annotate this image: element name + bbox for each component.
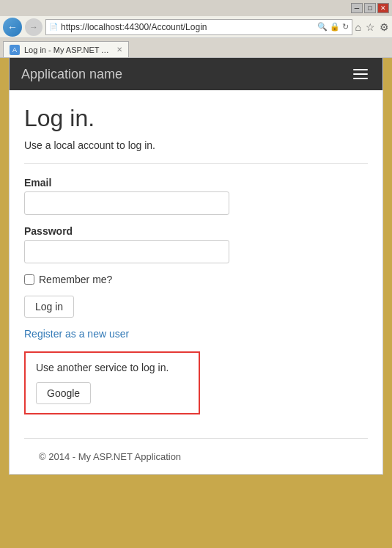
tab-close-button[interactable]: ✕ bbox=[117, 45, 122, 54]
search-icon[interactable]: 🔍 bbox=[317, 22, 328, 32]
home-icon[interactable]: ⌂ bbox=[355, 21, 361, 33]
login-button[interactable]: Log in bbox=[24, 296, 74, 318]
back-button[interactable]: ← bbox=[3, 18, 22, 37]
email-label: Email bbox=[24, 177, 368, 189]
page-heading: Log in. bbox=[24, 105, 368, 132]
email-input[interactable] bbox=[24, 191, 229, 215]
email-form-group: Email bbox=[24, 177, 368, 215]
divider bbox=[24, 163, 368, 164]
app-footer: © 2014 - My ASP.NET Application bbox=[24, 438, 368, 474]
tab-label: Log in - My ASP.NET Appli... bbox=[24, 45, 112, 54]
external-login-section: Use another service to log in. Google bbox=[24, 351, 200, 414]
tab-favicon: A bbox=[10, 45, 20, 55]
favorites-icon[interactable]: ☆ bbox=[366, 21, 375, 33]
external-login-title: Use another service to log in. bbox=[36, 362, 188, 373]
restore-button[interactable]: □ bbox=[364, 3, 376, 13]
nav-bar: ← → 📄 https://localhost:44300/Account/Lo… bbox=[0, 16, 392, 38]
main-content: Log in. Use a local account to log in. E… bbox=[10, 90, 382, 474]
password-input[interactable] bbox=[24, 240, 229, 263]
settings-icon[interactable]: ⚙ bbox=[380, 21, 389, 33]
google-button[interactable]: Google bbox=[36, 382, 91, 404]
remember-me-label: Remember me? bbox=[39, 274, 112, 285]
nav-icons: ⌂ ☆ ⚙ bbox=[355, 21, 389, 33]
url-text: https://localhost:44300/Account/Login bbox=[61, 22, 314, 32]
active-tab[interactable]: A Log in - My ASP.NET Appli... ✕ bbox=[3, 41, 129, 57]
tab-bar: A Log in - My ASP.NET Appli... ✕ bbox=[0, 38, 392, 57]
hamburger-button[interactable] bbox=[350, 66, 371, 82]
footer-text: © 2014 - My ASP.NET Application bbox=[39, 451, 181, 462]
page-icon: 📄 bbox=[49, 23, 58, 31]
close-button[interactable]: ✕ bbox=[377, 3, 389, 13]
hamburger-line-2 bbox=[353, 73, 368, 75]
password-label: Password bbox=[24, 225, 368, 237]
hamburger-line-1 bbox=[353, 69, 368, 70]
register-link[interactable]: Register as a new user bbox=[24, 328, 368, 340]
password-form-group: Password bbox=[24, 225, 368, 263]
hamburger-line-3 bbox=[353, 78, 368, 79]
forward-button[interactable]: → bbox=[25, 18, 42, 36]
app-window: Application name Log in. Use a local acc… bbox=[9, 58, 383, 475]
lock-icon: 🔒 bbox=[330, 22, 340, 32]
refresh-icon[interactable]: ↻ bbox=[342, 22, 349, 32]
title-bar: ─ □ ✕ bbox=[0, 0, 392, 16]
remember-me-group: Remember me? bbox=[24, 274, 368, 285]
app-navbar: Application name bbox=[10, 58, 382, 90]
app-brand: Application name bbox=[21, 67, 122, 82]
page-subtitle: Use a local account to log in. bbox=[24, 139, 368, 151]
minimize-button[interactable]: ─ bbox=[351, 3, 363, 13]
remember-me-checkbox[interactable] bbox=[24, 274, 34, 285]
address-bar-actions: 🔍 🔒 ↻ bbox=[317, 22, 349, 32]
address-bar[interactable]: 📄 https://localhost:44300/Account/Login … bbox=[45, 19, 352, 35]
